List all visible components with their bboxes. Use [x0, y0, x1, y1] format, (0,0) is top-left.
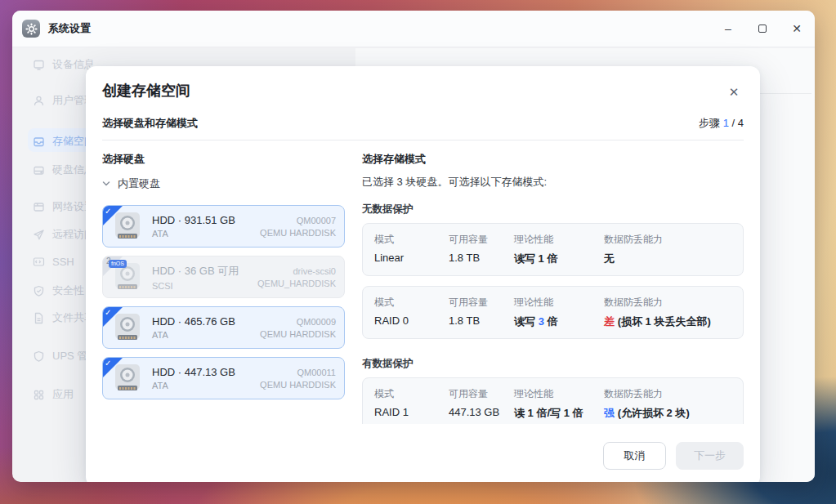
grid-icon: [33, 389, 45, 401]
sidebar-item-apps[interactable]: 应用: [33, 387, 74, 402]
mode-value: RAID 1: [374, 406, 449, 421]
cancel-button[interactable]: 取消: [603, 442, 666, 470]
sidebar-item-device-info[interactable]: 设备信息: [33, 57, 95, 72]
internal-disks-group-toggle[interactable]: 内置硬盘: [102, 176, 345, 191]
check-icon: ✓: [105, 207, 111, 216]
disk-icon: [33, 164, 45, 176]
user-icon: [33, 95, 45, 107]
mode-panel-title: 选择存储模式: [362, 152, 744, 167]
create-storage-space-dialog: 创建存储空间 ✕ 选择硬盘和存储模式 步骤 1 / 4 选择硬盘 内置硬盘 ✓: [86, 66, 760, 482]
storage-icon: [33, 136, 45, 148]
disk-card-1[interactable]: ✓ HDD · 931.51 GB ATA QM00007 QEMU HARDD…: [102, 205, 345, 248]
wizard-step-title: 选择硬盘和存储模式: [102, 116, 198, 131]
selection-summary: 已选择 3 块硬盘。可选择以下存储模式:: [362, 175, 744, 190]
document-icon: [33, 312, 45, 324]
wizard-body: 选择硬盘 内置硬盘 ✓ HDD · 931.51 GB: [102, 140, 744, 424]
minimize-button[interactable]: –: [717, 17, 740, 40]
network-icon: [33, 201, 45, 213]
dialog-title: 创建存储空间: [102, 81, 190, 100]
maximize-icon: [758, 25, 767, 33]
close-window-button[interactable]: ✕: [785, 17, 808, 40]
storage-mode-panel: 选择存储模式 已选择 3 块硬盘。可选择以下存储模式: 无数据保护 模式 可用容…: [362, 140, 744, 424]
capacity-value: 1.8 TB: [449, 314, 514, 329]
check-icon: ✓: [105, 308, 111, 317]
protection-value: 无: [604, 252, 731, 266]
titlebar[interactable]: 系统设置 – ✕: [12, 11, 815, 47]
capacity-value: 1.8 TB: [449, 252, 514, 266]
hdd-icon: [113, 313, 142, 342]
hdd-icon: [113, 364, 142, 393]
check-icon: ✓: [105, 359, 111, 368]
paper-plane-icon: [33, 229, 45, 241]
section-no-protection: 无数据保护: [362, 203, 744, 216]
gear-app-icon: [22, 20, 40, 38]
mode-card-raid0[interactable]: 模式 可用容量 理论性能 数据防丢能力 RAID 0 1.8 TB 读写 3 倍…: [362, 286, 744, 339]
close-dialog-button[interactable]: ✕: [724, 83, 744, 102]
system-settings-window: 系统设置 – ✕ 设备信息 用户管理 存储空间 硬盘信息: [12, 11, 815, 482]
performance-value: 读写 3 倍: [514, 314, 604, 329]
device-icon: [33, 59, 45, 71]
section-with-protection: 有数据保护: [362, 357, 744, 371]
shield-check-icon: [33, 285, 45, 297]
fnos-badge: fnOS: [109, 260, 127, 268]
performance-value: 读写 1 倍: [514, 252, 604, 266]
maximize-button[interactable]: [751, 17, 774, 40]
hdd-icon: [113, 212, 142, 241]
chevron-down-icon: [102, 181, 110, 187]
disk-card-2[interactable]: 2 fnOS HDD · 36 GB 可用 SCSI drive-scsi0 Q…: [102, 256, 345, 298]
window-title: 系统设置: [48, 21, 91, 36]
code-icon: [33, 256, 45, 268]
mode-card-linear[interactable]: 模式 可用容量 理论性能 数据防丢能力 Linear 1.8 TB 读写 1 倍…: [362, 223, 744, 276]
disk-card-4[interactable]: ✓ HDD · 447.13 GB ATA QM00011 QEMU HARDD…: [102, 357, 345, 399]
desktop-wallpaper: 系统设置 – ✕ 设备信息 用户管理 存储空间 硬盘信息: [0, 0, 836, 504]
mode-value: Linear: [374, 252, 449, 266]
shield-icon: [33, 350, 45, 363]
protection-value: 差 (损坏 1 块丢失全部): [604, 314, 731, 329]
disk-card-3[interactable]: ✓ HDD · 465.76 GB ATA QM00009 QEMU HARDD…: [102, 306, 345, 349]
disk-panel-title: 选择硬盘: [102, 152, 345, 167]
sidebar-item-ssh[interactable]: SSH: [33, 256, 74, 268]
next-step-button[interactable]: 下一步: [676, 442, 744, 470]
hdd-icon: fnOS: [113, 262, 142, 292]
mode-value: RAID 0: [374, 314, 449, 329]
capacity-value: 447.13 GB: [449, 406, 514, 421]
protection-value: 强 (允许损坏 2 块): [604, 406, 731, 421]
step-indicator: 步骤 1 / 4: [699, 116, 744, 131]
mode-card-raid1[interactable]: 模式 可用容量 理论性能 数据防丢能力 RAID 1 447.13 GB 读 1…: [362, 377, 744, 424]
disk-selection-panel: 选择硬盘 内置硬盘 ✓ HDD · 931.51 GB: [102, 140, 345, 399]
dialog-footer: 取消 下一步: [603, 442, 744, 470]
sidebar-item-security[interactable]: 安全性: [33, 283, 84, 298]
performance-value: 读 1 倍/写 1 倍: [514, 406, 604, 421]
